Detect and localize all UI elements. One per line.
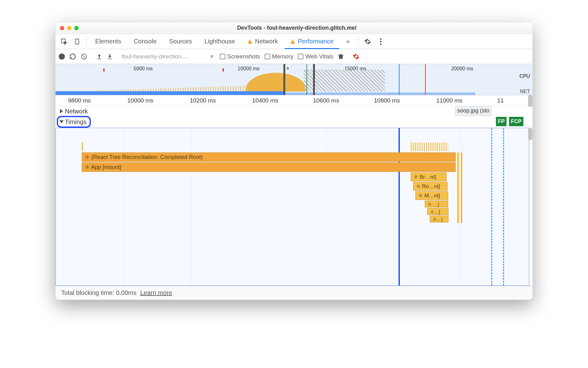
svg-point-2 — [380, 38, 382, 40]
timing-bar-ro[interactable]: ⚛ Ro…nt] — [413, 182, 448, 191]
inspect-icon[interactable] — [58, 36, 70, 47]
tab-network[interactable]: Network — [242, 34, 283, 49]
timing-bar-nested[interactable]: ⚛ …] — [425, 201, 448, 207]
titlebar: DevTools - foul-heavenly-direction.glitc… — [56, 22, 532, 34]
minimize-icon[interactable] — [67, 26, 71, 30]
timing-bar-app-mount[interactable]: ⚛ App [mount] — [82, 162, 456, 172]
timings-track-body[interactable]: FP FCP ⚛ (React Tree Reconciliation: Com… — [56, 128, 529, 286]
device-toggle-icon[interactable] — [71, 36, 83, 47]
window-title: DevTools - foul-heavenly-direction.glitc… — [84, 25, 528, 31]
upload-button[interactable] — [96, 53, 102, 60]
tab-performance[interactable]: Performance — [285, 34, 339, 49]
timings-track-header[interactable]: Timings — [56, 117, 532, 127]
cpu-label: CPU — [519, 73, 530, 79]
clear-button[interactable] — [81, 53, 87, 60]
network-resource-bar[interactable]: soop.jpg (sto — [455, 107, 492, 116]
timeline-overview[interactable]: 5000 ms 10000 ms 15000 ms 20000 ms s CPU… — [56, 64, 532, 95]
download-button[interactable] — [107, 53, 113, 60]
settings-icon[interactable] — [362, 36, 374, 47]
svg-rect-6 — [97, 58, 101, 59]
timing-bar-reconciliation[interactable]: ⚛ (React Tree Reconciliation: Completed … — [82, 152, 456, 162]
flame-chart-area[interactable]: Network soop.jpg (sto Timings FP FCP ⚛ (… — [56, 106, 532, 286]
timing-bar-m[interactable]: ⚛ M…nt] — [415, 191, 448, 200]
more-tabs[interactable]: » — [341, 34, 355, 49]
profile-dropdown[interactable]: foul-heavenly-direction....▾ — [122, 53, 215, 60]
timing-bar-br[interactable]: ⚛ Br…nt] — [411, 172, 447, 181]
kebab-icon[interactable] — [375, 36, 387, 47]
tab-elements[interactable]: Elements — [90, 34, 127, 49]
disclosure-triangle-icon — [60, 109, 63, 113]
maximize-icon[interactable] — [74, 26, 79, 30]
close-icon[interactable] — [60, 26, 64, 30]
svg-point-3 — [380, 41, 382, 42]
devtools-window: DevTools - foul-heavenly-direction.glitc… — [55, 22, 533, 300]
capture-settings-icon[interactable] — [353, 53, 360, 60]
panel-tabs: Elements Console Sources Lighthouse Netw… — [56, 34, 532, 49]
net-label: NET — [520, 89, 530, 94]
tab-lighthouse[interactable]: Lighthouse — [199, 34, 241, 49]
trash-icon[interactable] — [338, 53, 344, 60]
time-ruler[interactable]: 9800 ms 10000 ms 10200 ms 10400 ms 10600… — [56, 95, 532, 106]
traffic-lights — [60, 26, 79, 30]
memory-checkbox[interactable]: Memory — [265, 53, 294, 60]
disclosure-triangle-icon — [59, 120, 64, 123]
fp-marker[interactable]: FP — [496, 117, 507, 126]
summary-footer: Total blocking time: 0.00ms Learn more — [56, 286, 532, 300]
tab-sources[interactable]: Sources — [164, 34, 198, 49]
screenshots-checkbox[interactable]: Screenshots — [220, 53, 260, 60]
playhead[interactable] — [399, 128, 400, 286]
webvitals-checkbox[interactable]: Web Vitals — [298, 53, 333, 60]
scrollbar-thumb[interactable] — [528, 128, 532, 140]
record-button[interactable] — [59, 53, 65, 60]
warning-icon — [247, 39, 252, 44]
tbt-label: Total blocking time: 0.00ms — [61, 289, 136, 296]
warning-icon — [290, 39, 295, 44]
timing-bar-nested[interactable]: ⚛…] — [430, 216, 448, 222]
fcp-marker[interactable]: FCP — [509, 117, 523, 126]
svg-rect-7 — [108, 58, 112, 59]
learn-more-link[interactable]: Learn more — [140, 289, 172, 296]
svg-point-4 — [380, 43, 382, 45]
tab-console[interactable]: Console — [128, 34, 162, 49]
svg-rect-1 — [76, 39, 79, 44]
scrollbar-thumb[interactable] — [528, 95, 532, 107]
performance-toolbar: foul-heavenly-direction....▾ Screenshots… — [56, 49, 532, 64]
timing-bar-nested[interactable]: ⚛…] — [427, 208, 448, 215]
reload-button[interactable] — [69, 53, 76, 60]
